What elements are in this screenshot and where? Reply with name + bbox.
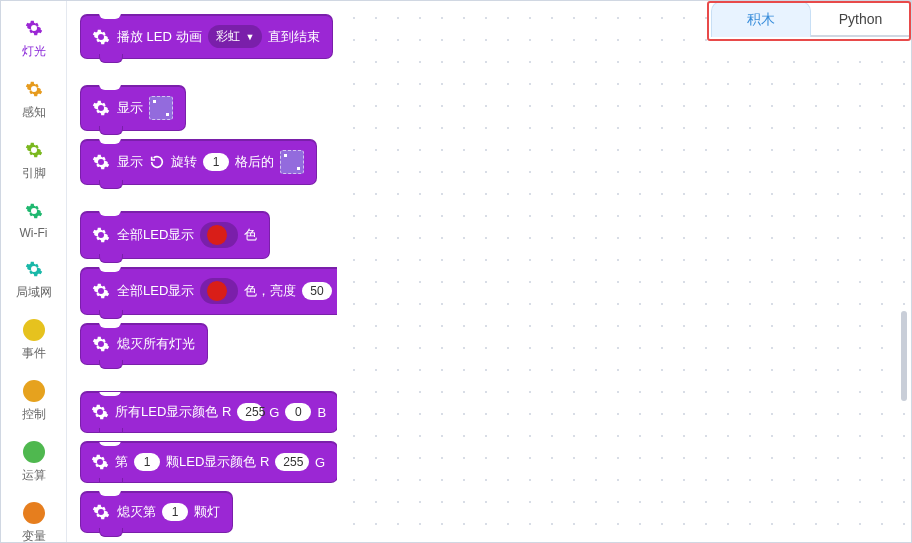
gear-icon [91,27,111,47]
tab-label: Python [839,11,883,27]
code-tabs: 积木 Python [711,1,911,39]
block-text: G [315,455,325,470]
cat-operators[interactable]: 运算 [1,433,66,494]
block-text: 熄灭第 [117,503,156,521]
gear-icon [91,225,111,245]
cat-label: 变量 [22,528,46,543]
block-palette: 播放 LED 动画 彩虹 ▼ 直到结束 显示 显示 旋转 1 [67,1,337,542]
cat-label: Wi-Fi [20,226,48,240]
color-swatch-icon [206,280,228,302]
block-text: 全部LED显示 [117,282,194,300]
number-input[interactable]: 1 [162,503,188,521]
gear-icon [91,502,111,522]
tab-python[interactable]: Python [811,1,911,37]
block-off-nth[interactable]: 熄灭第 1 颗灯 [81,492,232,532]
gear-icon [91,152,111,172]
block-show-rotate[interactable]: 显示 旋转 1 格后的 [81,140,316,184]
block-show-matrix[interactable]: 显示 [81,86,185,130]
gear-icon [91,281,111,301]
block-text: 熄灭所有灯光 [117,335,195,353]
number-input[interactable]: 1 [134,453,160,471]
number-input[interactable]: 255 [275,453,309,471]
cat-pin[interactable]: 引脚 [1,131,66,192]
gear-icon [91,98,111,118]
matrix-input[interactable] [280,150,304,174]
block-nth-led-rgb[interactable]: 第 1 颗LED显示颜色 R 255 G [81,442,337,482]
cat-variables[interactable]: 变量 [1,494,66,543]
gear-icon [91,402,109,422]
block-text: 显示 [117,153,143,171]
block-play-led-anim[interactable]: 播放 LED 动画 彩虹 ▼ 直到结束 [81,15,332,58]
cat-label: 控制 [22,406,46,423]
cat-label: 感知 [22,104,46,121]
script-canvas[interactable]: 积木 Python [337,1,911,542]
block-all-led-rgb[interactable]: 所有LED显示颜色 R 255 G 0 B [81,392,337,432]
cat-label: 局域网 [16,284,52,301]
block-all-led-color[interactable]: 全部LED显示 色 [81,212,269,258]
cat-label: 事件 [22,345,46,362]
gear-icon [23,200,45,222]
gear-icon [23,258,45,280]
number-input[interactable]: 255 [237,403,263,421]
block-text: G [269,405,279,420]
gear-icon [23,17,45,39]
block-text: 色，亮度 [244,282,296,300]
cat-wifi[interactable]: Wi-Fi [1,192,66,250]
gear-icon [91,334,111,354]
block-text: 全部LED显示 [117,226,194,244]
gear-icon [23,139,45,161]
block-text: B [317,405,326,420]
cat-control[interactable]: 控制 [1,372,66,433]
matrix-input[interactable] [149,96,173,120]
number-input[interactable]: 50 [302,282,331,300]
number-input[interactable]: 0 [285,403,311,421]
scrollbar[interactable] [901,311,907,401]
cat-lan[interactable]: 局域网 [1,250,66,311]
block-text: 旋转 [171,153,197,171]
block-text: 所有LED显示颜色 R [115,403,231,421]
dropdown-value: 彩虹 [216,28,240,45]
category-sidebar: 灯光 感知 引脚 Wi-Fi 局域网 事件 [1,1,67,542]
cat-label: 引脚 [22,165,46,182]
chevron-down-icon: ▼ [246,32,255,42]
block-text: 格后的 [235,153,274,171]
block-all-led-color-brightness[interactable]: 全部LED显示 色，亮度 50 % [81,268,337,314]
block-text: 第 [115,453,128,471]
block-text: 色 [244,226,257,244]
color-swatch-icon [206,224,228,246]
dot-icon [23,319,45,341]
dot-icon [23,441,45,463]
anim-dropdown[interactable]: 彩虹 ▼ [208,25,263,48]
block-text: 播放 LED 动画 [117,28,202,46]
cat-events[interactable]: 事件 [1,311,66,372]
tab-blocks[interactable]: 积木 [711,1,811,37]
cat-light[interactable]: 灯光 [1,9,66,70]
rotate-icon [149,154,165,170]
gear-icon [23,78,45,100]
cat-label: 灯光 [22,43,46,60]
block-off-all[interactable]: 熄灭所有灯光 [81,324,207,364]
tab-label: 积木 [747,11,775,29]
dot-icon [23,502,45,524]
dot-icon [23,380,45,402]
block-text: 颗灯 [194,503,220,521]
cat-label: 运算 [22,467,46,484]
block-text: 直到结束 [268,28,320,46]
block-text: 显示 [117,99,143,117]
color-picker[interactable] [200,222,238,248]
number-input[interactable]: 1 [203,153,229,171]
gear-icon [91,452,109,472]
cat-sense[interactable]: 感知 [1,70,66,131]
color-picker[interactable] [200,278,238,304]
block-text: 颗LED显示颜色 R [166,453,269,471]
